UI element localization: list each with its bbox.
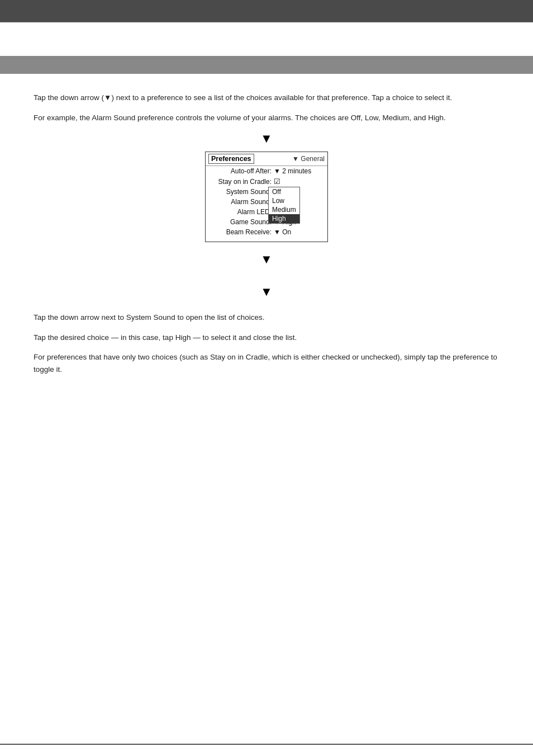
paragraph-1: Tap the down arrow (▼) next to a prefere… — [34, 92, 499, 104]
paragraph-2: For example, the Alarm Sound preference … — [34, 112, 499, 124]
pref-row-stay-on: Stay on in Cradle: ☑ — [206, 176, 327, 187]
pref-label-game-sound: Game Sound: — [210, 218, 272, 226]
arrow-down-1: ▼ — [34, 131, 499, 146]
arrow-down-2: ▼ — [34, 252, 499, 267]
section-header — [0, 56, 533, 74]
bottom-divider — [0, 744, 533, 745]
pref-label-beam-receive: Beam Receive: — [210, 228, 272, 236]
arrow-down-3: ▼ — [34, 285, 499, 299]
pref-label-stay-on: Stay on in Cradle: — [210, 178, 272, 186]
content-area: Tap the down arrow (▼) next to a prefere… — [0, 74, 533, 395]
pref-row-auto-off: Auto-off After: ▼ 2 minutes — [206, 166, 327, 176]
paragraph-3: Tap the down arrow next to System Sound … — [34, 311, 499, 324]
preferences-panel: Preferences ▼ General Auto-off After: ▼ … — [205, 152, 328, 242]
header-bar — [0, 0, 533, 21]
pref-label-alarm-sound: Alarm Sound: — [210, 198, 272, 206]
pref-row-alarm-led: Alarm LED: — [206, 207, 327, 217]
dropdown-item-medium[interactable]: Medium — [269, 205, 299, 214]
pref-title-label: Preferences — [208, 154, 254, 164]
pref-label-auto-off: Auto-off After: — [210, 167, 272, 175]
pref-title-bar: Preferences ▼ General — [206, 152, 327, 166]
sound-dropdown-popup[interactable]: Off Low Medium High — [268, 187, 300, 224]
preferences-container: Preferences ▼ General Auto-off After: ▼ … — [34, 152, 499, 242]
dropdown-item-high[interactable]: High — [269, 214, 299, 223]
dropdown-item-off[interactable]: Off — [269, 187, 299, 196]
pref-row-alarm-sound: Alarm Sound: — [206, 197, 327, 207]
pref-row-system-sound: System Sound: Off Low Medium High — [206, 187, 327, 197]
pref-value-auto-off[interactable]: ▼ 2 minutes — [274, 167, 311, 175]
pref-value-stay-on[interactable]: ☑ — [274, 177, 280, 186]
pref-label-system-sound: System Sound: — [210, 188, 272, 196]
pref-general-label[interactable]: ▼ General — [292, 155, 325, 163]
pref-row-game-sound: Game Sound: ▼ High — [206, 217, 327, 227]
pref-label-alarm-led: Alarm LED: — [210, 208, 272, 216]
paragraph-4: Tap the desired choice — in this case, t… — [34, 332, 499, 344]
pref-row-beam-receive: Beam Receive: ▼ On — [206, 227, 327, 237]
dropdown-item-low[interactable]: Low — [269, 196, 299, 205]
paragraph-5: For preferences that have only two choic… — [34, 351, 499, 375]
top-divider — [0, 21, 533, 22]
pref-value-beam-receive[interactable]: ▼ On — [274, 228, 291, 236]
